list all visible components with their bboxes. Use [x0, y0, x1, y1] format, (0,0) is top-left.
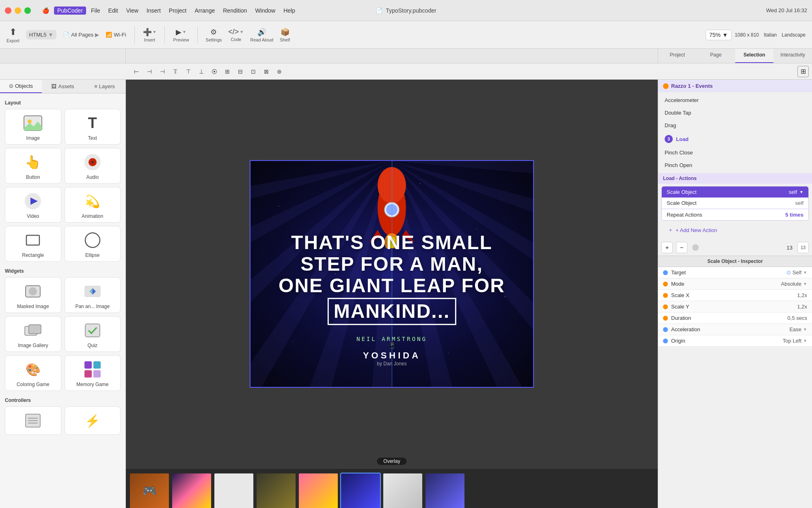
- inspector-scalex-row[interactable]: Scale X 1,2x: [658, 290, 812, 301]
- close-button[interactable]: [5, 7, 11, 14]
- widget-text[interactable]: T Text: [65, 109, 121, 145]
- repeat-actions-row[interactable]: Repeat Actions 5 times: [662, 209, 808, 220]
- scale-object-header[interactable]: Scale Object self ▼: [662, 187, 808, 198]
- align-toolbar: ⊢ ⊣ ⊣ 𝕋 ⊤ ⊥ ⦿ ⊞ ⊟ ⊡ ⊠ ⊛ ⊞: [0, 63, 812, 80]
- tab-layers[interactable]: ≡ Layers: [84, 80, 125, 93]
- menu-rendition[interactable]: Rendition: [220, 7, 250, 15]
- event-accelerometer[interactable]: Accelerometer: [658, 94, 812, 106]
- maximize-button[interactable]: [24, 7, 31, 14]
- inspector-target-row[interactable]: Target ⊙ Self ▼: [658, 267, 812, 278]
- menu-window[interactable]: Window: [252, 7, 279, 15]
- inspector-acceleration-row[interactable]: Acceleration Ease ▼: [658, 324, 812, 335]
- widget-list-controller[interactable]: [5, 406, 61, 435]
- inspector-scaley-row[interactable]: Scale Y 1,2x: [658, 301, 812, 313]
- tab-interactivity[interactable]: Interactivity: [773, 49, 812, 63]
- align-contract-button[interactable]: ⊠: [261, 66, 272, 77]
- code-button[interactable]: </> ▼ Code: [228, 28, 244, 42]
- widget-ellipse[interactable]: Ellipse: [65, 226, 121, 262]
- scale-object-body[interactable]: Scale Object self: [662, 198, 808, 209]
- align-left-button[interactable]: ⊢: [131, 66, 142, 77]
- pages-selector[interactable]: 📄 All Pages ▶: [63, 32, 99, 38]
- app-menu-pubcoder[interactable]: PubCoder: [54, 7, 86, 15]
- load-badge: 3: [665, 135, 673, 143]
- filmstrip-page-4[interactable]: 4: [256, 473, 296, 508]
- settings-button[interactable]: ⚙ Settings: [206, 28, 222, 42]
- menu-edit[interactable]: Edit: [105, 7, 121, 15]
- widget-coloring-game[interactable]: 🎨 Coloring Game: [5, 355, 61, 391]
- widget-pan-image[interactable]: Pan an... Image: [65, 277, 121, 313]
- menu-help[interactable]: Help: [280, 7, 298, 15]
- align-fill-button[interactable]: ⊛: [274, 66, 285, 77]
- align-text-button[interactable]: 𝕋: [170, 66, 181, 77]
- preview-button[interactable]: ▶ ▼ Preview: [173, 28, 189, 42]
- zoom-control[interactable]: 75% ▼: [706, 30, 732, 40]
- align-expand-button[interactable]: ⊡: [248, 66, 259, 77]
- widget-image[interactable]: Image: [5, 109, 61, 145]
- format-selector[interactable]: HTML5 ▼: [26, 30, 57, 39]
- event-double-tap[interactable]: Double Tap: [658, 106, 812, 119]
- align-fit-button[interactable]: ⊟: [235, 66, 246, 77]
- align-vdist-button[interactable]: ⦿: [209, 66, 220, 77]
- remove-inspector-button[interactable]: −: [676, 242, 687, 253]
- export-button[interactable]: ⬆ Export: [6, 27, 19, 43]
- shelf-button[interactable]: 📦 Shelf: [280, 28, 290, 42]
- inspector-origin-row[interactable]: Origin Top Left ▼: [658, 335, 812, 347]
- event-load[interactable]: 3 Load: [658, 132, 812, 146]
- filmstrip-page-5[interactable]: 5: [298, 473, 339, 508]
- align-center-h-button[interactable]: ⊣: [144, 66, 155, 77]
- menu-insert[interactable]: Insert: [143, 7, 164, 15]
- filmstrip-page-2[interactable]: 2: [171, 473, 212, 508]
- widget-button[interactable]: 👆 Button: [5, 148, 61, 184]
- apple-menu[interactable]: 🍎: [39, 7, 52, 15]
- event-pinch-close[interactable]: Pinch Close: [658, 146, 812, 159]
- align-right-button[interactable]: ⊣: [157, 66, 168, 77]
- filmstrip-page-6[interactable]: 6: [340, 473, 381, 508]
- menu-view[interactable]: View: [123, 7, 142, 15]
- inspector-duration-row[interactable]: Duration 0,5 secs: [658, 313, 812, 324]
- widget-lightning-controller[interactable]: ⚡: [65, 406, 121, 435]
- widget-animation[interactable]: 💫 Animation: [65, 187, 121, 223]
- widget-video[interactable]: Video: [5, 187, 61, 223]
- canvas-wrapper[interactable]: THAT'S ONE SMALL STEP FOR A MAN, ONE GIA…: [126, 80, 658, 468]
- widget-memory-game[interactable]: Memory Game: [65, 355, 121, 391]
- event-pinch-open[interactable]: Pinch Open: [658, 159, 812, 172]
- menu-arrange[interactable]: Arrange: [191, 7, 218, 15]
- filmstrip-page-3[interactable]: 3: [214, 473, 254, 508]
- tab-selection[interactable]: Selection: [735, 49, 774, 63]
- tab-assets[interactable]: 🖼 Assets: [42, 80, 84, 93]
- svg-rect-18: [84, 361, 92, 369]
- event-drag[interactable]: Drag: [658, 119, 812, 132]
- inspector-mode-row[interactable]: Mode Absolute ▼: [658, 278, 812, 290]
- tab-project[interactable]: Project: [658, 49, 697, 63]
- widget-audio[interactable]: Audio: [65, 148, 121, 184]
- tab-objects[interactable]: ⊙ Objects: [0, 80, 42, 93]
- align-top-button[interactable]: ⊤: [183, 66, 194, 77]
- add-inspector-button[interactable]: +: [661, 242, 673, 253]
- quiz-label: Quiz: [87, 343, 97, 348]
- widget-rectangle[interactable]: Rectangle: [5, 226, 61, 262]
- panel-content: Layout Image T Text 👆 Button: [0, 93, 125, 508]
- button-widget-icon: 👆: [22, 152, 43, 173]
- tab-page[interactable]: Page: [697, 49, 735, 63]
- align-bottom-button[interactable]: ⊥: [196, 66, 207, 77]
- add-new-action-button[interactable]: ＋ + Add New Action: [663, 224, 722, 236]
- inspector-page-number[interactable]: 13: [797, 242, 809, 253]
- grid-toggle-button[interactable]: ⊞: [797, 66, 809, 77]
- traffic-lights[interactable]: [5, 7, 31, 14]
- left-top-spacer: [0, 49, 126, 63]
- widget-quiz[interactable]: Quiz: [65, 316, 121, 352]
- widget-image-gallery[interactable]: Image Gallery: [5, 316, 61, 352]
- menu-file[interactable]: File: [88, 7, 104, 15]
- filmstrip-page-7[interactable]: 7: [382, 473, 423, 508]
- read-aloud-button[interactable]: 🔊 Read Aloud: [250, 28, 273, 42]
- minimize-button[interactable]: [15, 7, 21, 14]
- actions-header: Load - Actions: [658, 173, 812, 184]
- filmstrip-page-1[interactable]: 🎮 Copertina: [129, 473, 170, 508]
- menu-project[interactable]: Project: [166, 7, 190, 15]
- self-selector[interactable]: self ▼: [789, 189, 803, 195]
- widget-masked-image[interactable]: Masked Image: [5, 277, 61, 313]
- insert-button[interactable]: ➕ ▼ Insert: [143, 28, 157, 42]
- align-hdist-button[interactable]: ⊞: [222, 66, 233, 77]
- acceleration-dot: [663, 327, 668, 332]
- filmstrip-page-8[interactable]: 8: [425, 473, 465, 508]
